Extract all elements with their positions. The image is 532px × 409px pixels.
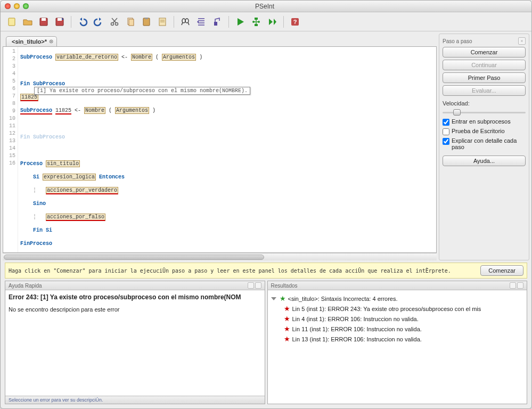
svg-rect-19 (255, 18, 258, 20)
comenzar-button[interactable]: Comenzar (443, 47, 526, 58)
line-gutter: 1234 5678 9101112 13141516 (3, 47, 18, 252)
panel-close-icon[interactable]: × (518, 37, 526, 45)
svg-point-21 (252, 21, 255, 23)
step-button[interactable] (265, 15, 279, 29)
result-item[interactable]: ★Lin 13 (inst 1): ERROR 106: Instruccion… (271, 334, 524, 344)
svg-rect-0 (9, 18, 15, 26)
saveas-button[interactable] (53, 15, 67, 29)
help-error-body: No se encontro descripcion para este err… (9, 306, 261, 313)
help-footer: Seleccione un error para ver su descripc… (5, 396, 265, 404)
svg-point-15 (185, 19, 189, 23)
star-icon: ★ (284, 305, 290, 313)
toolbar: ? (1, 12, 531, 31)
paste-button[interactable] (140, 15, 153, 29)
error-tooltip: [1] Ya existe otro proceso/subproceso co… (34, 87, 250, 95)
svg-rect-10 (145, 18, 148, 19)
svg-rect-4 (58, 18, 62, 21)
flowchart-button[interactable] (249, 15, 263, 29)
code-area[interactable]: SubProceso variable_de_retorno <- Nombre… (18, 47, 436, 252)
explicar-detalle-checkbox[interactable]: Explicar con detalle cada paso (443, 137, 526, 150)
result-item[interactable]: ★Lin 4 (inst 1): ERROR 106: Instruccion … (271, 314, 524, 324)
result-item[interactable]: ★Lin 11 (inst 1): ERROR 106: Instruccion… (271, 324, 524, 334)
results-panel: Resultados ★<sin_titulo>: Sintaxis Incor… (267, 281, 528, 404)
editor-hscroll[interactable] (3, 253, 437, 260)
svg-rect-18 (214, 22, 217, 26)
close-window-button[interactable] (5, 3, 11, 9)
velocidad-slider[interactable] (443, 109, 526, 116)
titlebar: PSeInt (1, 1, 531, 12)
star-icon: ★ (284, 315, 290, 323)
continuar-button[interactable]: Continuar (443, 60, 526, 70)
prueba-escritorio-checkbox[interactable]: Prueba de Escritorio (443, 128, 526, 135)
hint-text: Haga click en "Comenzar" para iniciar la… (9, 268, 476, 274)
help-button[interactable]: ? (288, 15, 302, 29)
file-tab[interactable]: <sin_titulo>* ⊗ (6, 36, 57, 46)
results-root[interactable]: ★<sin_titulo>: Sintaxis Incorrecta: 4 er… (271, 293, 524, 304)
zoom-window-button[interactable] (23, 3, 29, 9)
svg-point-22 (258, 21, 260, 23)
panel-close-icon[interactable] (517, 282, 523, 289)
new-file-button[interactable] (5, 15, 19, 29)
help-error-title: Error 243: [1] Ya existe otro proceso/su… (9, 293, 261, 301)
svg-rect-2 (42, 18, 46, 21)
star-icon: ★ (284, 335, 290, 343)
redo-button[interactable] (92, 15, 105, 29)
tab-close-icon[interactable]: ⊗ (48, 38, 54, 45)
step-panel: Paso a paso× Comenzar Continuar Primer P… (439, 34, 529, 260)
velocidad-label: Velocidad: (443, 100, 526, 107)
ayuda-button[interactable]: Ayuda... (443, 156, 526, 166)
tab-label: <sin_titulo>* (12, 38, 47, 45)
window-title: PSeInt (29, 3, 501, 10)
star-icon: ★ (284, 325, 290, 333)
panel-min-icon[interactable] (248, 282, 254, 289)
cut-button[interactable] (108, 15, 121, 29)
code-editor[interactable]: 1234 5678 9101112 13141516 SubProceso va… (3, 46, 437, 253)
save-button[interactable] (37, 15, 51, 29)
results-panel-title: Resultados (271, 283, 298, 289)
panel-min-icon[interactable] (510, 282, 516, 289)
run-button[interactable] (233, 15, 247, 29)
svg-rect-8 (129, 19, 134, 26)
hint-bar: Haga click en "Comenzar" para iniciar la… (5, 263, 527, 279)
help-panel: Ayuda Rapida Error 243: [1] Ya existe ot… (5, 281, 265, 404)
svg-point-14 (182, 19, 185, 23)
find-button[interactable] (178, 15, 192, 29)
svg-rect-20 (255, 24, 258, 26)
panel-close-icon[interactable] (255, 282, 261, 289)
entrar-subproc-checkbox[interactable]: Entrar en subprocesos (443, 118, 526, 126)
hint-comenzar-button[interactable]: Comenzar (480, 265, 523, 276)
help-panel-title: Ayuda Rapida (9, 283, 42, 289)
undo-button[interactable] (76, 15, 89, 29)
minimize-window-button[interactable] (14, 3, 20, 9)
notes-button[interactable] (155, 15, 169, 29)
format-button[interactable] (210, 15, 224, 29)
svg-rect-9 (143, 18, 150, 26)
step-panel-title: Paso a paso (443, 38, 472, 44)
expand-icon[interactable] (271, 297, 276, 300)
copy-button[interactable] (124, 15, 137, 29)
star-icon: ★ (280, 295, 286, 302)
indent-button[interactable] (194, 15, 208, 29)
svg-line-16 (182, 22, 183, 25)
evaluar-button[interactable]: Evaluar... (443, 85, 526, 96)
svg-text:?: ? (293, 19, 297, 25)
open-file-button[interactable] (21, 15, 35, 29)
svg-line-17 (188, 22, 189, 25)
result-item[interactable]: ★Lin 5 (inst 1): ERROR 243: Ya existe ot… (271, 304, 524, 314)
primer-paso-button[interactable]: Primer Paso (443, 72, 526, 83)
